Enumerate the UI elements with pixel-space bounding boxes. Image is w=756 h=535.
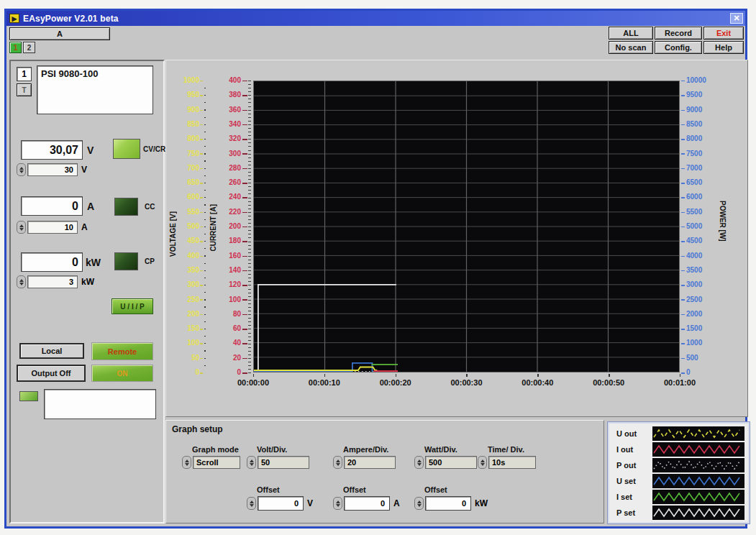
- trace-u-out: [254, 367, 377, 371]
- group-a-button[interactable]: A: [9, 27, 110, 40]
- spinner-control[interactable]: [247, 497, 256, 510]
- power-tick-label: 1500: [686, 324, 715, 333]
- local-button[interactable]: Local: [19, 343, 84, 359]
- offset-value-box[interactable]: 0: [425, 496, 471, 511]
- voltage-tick-label: 150: [179, 324, 199, 333]
- power-tick-label: 500: [686, 354, 715, 362]
- spinner-control[interactable]: [182, 456, 191, 469]
- current-minor-tick-strip: [248, 81, 251, 374]
- voltage-tick-label: 600: [179, 193, 199, 201]
- value-box[interactable]: 500: [425, 456, 477, 469]
- voltage-tick-label: 700: [179, 164, 199, 173]
- legend-sample: [652, 426, 744, 441]
- offset-unit-label: A: [393, 498, 400, 508]
- legend-sample: [652, 474, 744, 488]
- spinner-control[interactable]: [414, 456, 424, 469]
- top-button-grid: ALLRecordExitNo scanConfig.Help: [609, 27, 744, 54]
- voltage-tick-label: 100: [179, 339, 199, 347]
- watt-div--control: Watt/Div.500: [414, 445, 477, 469]
- legend-row-u-set: U set: [612, 473, 745, 489]
- current-set-input[interactable]: 10: [27, 221, 78, 234]
- power-tick-strip: [681, 81, 685, 374]
- output-off-button[interactable]: Output Off: [17, 365, 86, 382]
- power-spinner[interactable]: [17, 275, 26, 288]
- value-box[interactable]: Scroll: [193, 456, 240, 469]
- time-tick-label: 00:00:30: [450, 378, 482, 387]
- spinner-control[interactable]: [478, 456, 487, 469]
- time-tick-strip: [253, 374, 680, 377]
- legend-label: I out: [612, 445, 652, 454]
- power-tick-label: 9000: [686, 106, 715, 114]
- uip-button[interactable]: U / I / P: [111, 298, 153, 314]
- value-box[interactable]: 50: [258, 456, 309, 469]
- cc-led: [114, 198, 138, 216]
- current-tick-strip: [242, 81, 247, 374]
- control-label: Watt/Div.: [424, 445, 477, 454]
- waveform-canvas: [254, 81, 679, 372]
- close-icon[interactable]: ✕: [730, 13, 743, 24]
- current-tick-label: 220: [221, 208, 241, 216]
- spinner-control[interactable]: [247, 456, 256, 469]
- value-box[interactable]: 20: [344, 456, 396, 469]
- power-tick-label: 8000: [686, 134, 715, 143]
- legend-row-i-set: I set: [612, 489, 745, 505]
- power-tick-label: 5500: [686, 208, 715, 216]
- voltage-tick-label: 200: [179, 310, 199, 319]
- power-tick-label: 4000: [686, 252, 715, 260]
- current-unit-label: A: [87, 201, 94, 212]
- config--button[interactable]: Config.: [655, 41, 702, 54]
- voltage-minor-tick-strip: [204, 88, 206, 368]
- time-tick-label: 00:00:00: [237, 378, 269, 387]
- exit-button[interactable]: Exit: [703, 27, 744, 40]
- offset-kw-control: Offset0kW: [414, 485, 488, 511]
- offset-value-box[interactable]: 0: [258, 496, 304, 511]
- ampere-div--control: Ampere/Div.20: [333, 445, 396, 469]
- current-tick-label: 260: [221, 178, 241, 187]
- voltage-axis-title: VOLTAGE [V]: [169, 211, 177, 257]
- chart-panel: VOLTAGE [V] CURRENT [A] POWER [W] 100095…: [165, 60, 748, 417]
- current-tick-label: 300: [221, 150, 241, 158]
- client-area: A 12 ALLRecordExitNo scanConfig.Help 1 T…: [6, 26, 745, 526]
- graph-setup-panel: Graph setup Graph modeScrollVolt/Div.50A…: [165, 420, 604, 523]
- plot-area[interactable]: [253, 81, 680, 372]
- offset-value-box[interactable]: 0: [344, 496, 390, 511]
- voltage-tick-label: 300: [179, 280, 199, 289]
- power-set-input[interactable]: 3: [27, 275, 78, 288]
- current-tick-label: 140: [221, 266, 241, 275]
- spinner-control[interactable]: [414, 497, 424, 510]
- no-scan-button[interactable]: No scan: [609, 41, 653, 54]
- tab-2[interactable]: 2: [23, 42, 35, 53]
- voltage-tick-label: 50: [179, 354, 199, 362]
- voltage-spinner[interactable]: [17, 163, 26, 176]
- voltage-set-input[interactable]: 30: [27, 163, 78, 176]
- device-name-display: PSI 9080-100: [37, 65, 153, 114]
- current-tick-label: 0: [221, 368, 241, 377]
- current-actual-display: 0: [21, 196, 83, 216]
- power-tick-label: 2500: [686, 296, 715, 304]
- all-button[interactable]: ALL: [609, 27, 653, 40]
- control-label: Graph mode: [192, 445, 240, 454]
- t-button[interactable]: T: [17, 83, 32, 96]
- status-led[interactable]: [19, 391, 38, 401]
- current-spinner[interactable]: [17, 221, 26, 234]
- spinner-control[interactable]: [333, 456, 342, 469]
- spinner-control[interactable]: [333, 497, 342, 510]
- time-tick-label: 00:00:50: [593, 378, 624, 387]
- trace-legend: U outI outP outU setI setP set: [608, 422, 750, 523]
- graph-setup-title: Graph setup: [172, 424, 223, 434]
- help-button[interactable]: Help: [703, 41, 744, 54]
- value-box[interactable]: 10s: [488, 456, 536, 469]
- record-button[interactable]: Record: [655, 27, 702, 40]
- current-tick-label: 200: [221, 222, 241, 231]
- time-tick-label: 00:01:00: [664, 378, 696, 387]
- current-tick-label: 400: [221, 76, 241, 85]
- offset-label: Offset: [424, 485, 488, 494]
- offset-label: Offset: [343, 485, 400, 494]
- voltage-tick-label: 500: [179, 222, 199, 231]
- tab-1[interactable]: 1: [9, 42, 22, 53]
- offset-unit-label: V: [307, 498, 313, 508]
- volt-div--control: Volt/Div.50: [247, 445, 309, 469]
- current-tick-label: 80: [221, 310, 241, 319]
- legend-sample: [652, 442, 744, 457]
- legend-label: P out: [612, 461, 652, 470]
